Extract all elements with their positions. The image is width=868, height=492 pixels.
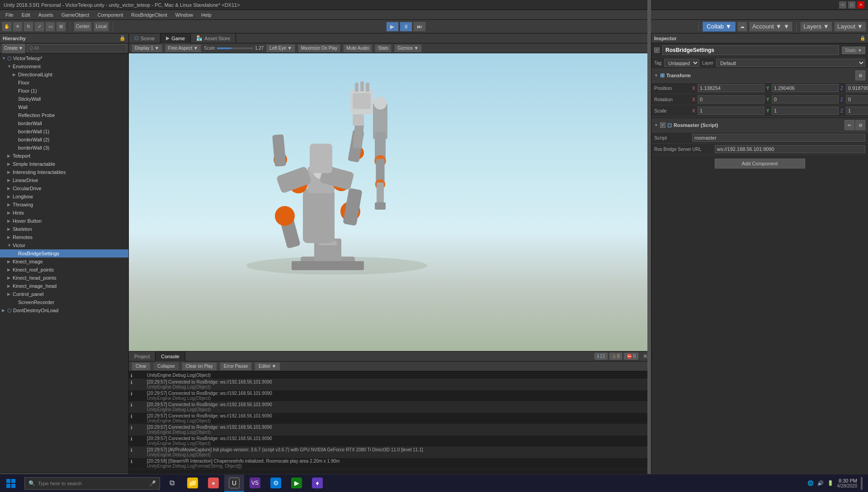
stats-button[interactable]: Stats [375,44,392,52]
hier-item-linear-drive[interactable]: ▶ LinearDrive [0,176,128,184]
menu-window[interactable]: Window [172,11,197,19]
hierarchy-lock-icon[interactable]: 🔒 [119,35,126,41]
hier-item-interesting-interactables[interactable]: ▶ Interesting Interactables [0,168,128,176]
hier-item-remotes[interactable]: ▶ Remotes [0,233,128,241]
active-checkbox[interactable] [654,47,660,53]
console-row[interactable]: ℹ [20:29:57] Connected to RosBridge: ws:… [129,402,651,413]
scale-slider[interactable] [217,47,253,49]
hier-item-reflection-probe[interactable]: Reflection Probe [0,111,128,119]
rect-tool[interactable]: ▭ [45,22,55,32]
app-button-vs[interactable]: VS [245,475,265,492]
start-button[interactable] [0,474,22,492]
network-icon[interactable]: 🌐 [807,480,814,486]
account-button[interactable]: Account ▼▼ [749,22,793,32]
hier-item-longbow[interactable]: ▶ Longbow [0,192,128,201]
multi-tool[interactable]: ⊞ [56,22,66,32]
mute-audio-button[interactable]: Mute Audio [343,44,372,52]
hier-item-hints[interactable]: ▶ Hints [0,209,128,217]
console-row[interactable]: ℹ [20:29:57] Connected to RosBridge: ws:… [129,379,651,390]
hier-item-environment[interactable]: ▼ Environment [0,62,128,70]
rotation-z-input[interactable]: 0 [846,95,868,103]
hier-item-skeleton[interactable]: ▶ Skeleton [0,225,128,233]
static-button[interactable]: Static ▼ [842,47,865,54]
rosmaster-header[interactable]: ▼ ◻ Rosmaster (Script) ✏ ⚙ [651,118,868,132]
hier-item-victor[interactable]: ▼ Victor [0,241,128,249]
position-y-input[interactable]: 1.290406 [772,84,839,92]
app-button-unity[interactable]: U [224,475,244,492]
editor-button[interactable]: Editor ▼ [255,362,280,370]
menu-assets[interactable]: Assets [35,11,57,19]
hier-item-kinect-head-points[interactable]: ▶ Kinect_head_points [0,274,128,282]
rosmaster-active-checkbox[interactable] [660,122,665,128]
menu-component[interactable]: Component [94,11,127,19]
clear-on-play-button[interactable]: Clear on Play [182,362,217,370]
app-button-1[interactable]: ● [203,475,223,492]
hier-item-borderwall[interactable]: borderWall [0,119,128,127]
scale-tool[interactable]: ⤢ [34,22,44,32]
step-button[interactable]: ⏭ [413,22,426,32]
left-eye-button[interactable]: Left Eye ▼ [266,44,295,52]
hier-item-borderwall1[interactable]: borderWall (1) [0,127,128,136]
tab-project[interactable]: Project [129,351,156,361]
console-row[interactable]: ℹ [20:29:57] Connected to RosBridge: ws:… [129,424,651,436]
menu-gameobject[interactable]: GameObject [58,11,93,19]
hier-item-kinect-image[interactable]: ▶ Kinect_image [0,258,128,266]
layer-select[interactable]: Default [716,59,865,67]
console-scrollbar[interactable] [647,0,651,492]
hierarchy-search-input[interactable] [27,44,127,52]
taskview-button[interactable]: ⧉ [162,475,182,492]
hier-item-teleport[interactable]: ▶ Teleport [0,152,128,160]
file-explorer-button[interactable]: 📁 [183,475,203,492]
clock-button[interactable]: 8:30 PM 4/28/2020 [837,478,858,488]
maximize-button[interactable]: Maximize On Play [298,44,341,52]
scale-z-input[interactable]: 1 [846,107,868,115]
add-component-button[interactable]: Add Component [715,159,805,169]
clear-button[interactable]: Clear [132,362,151,370]
play-button[interactable]: ▶ [386,22,399,32]
console-row[interactable]: ℹ [20:29:57] Connected to RosBridge: ws:… [129,390,651,402]
tab-scene[interactable]: ⬡ Scene [129,33,160,43]
hier-item-control-panel[interactable]: ▶ Control_panel [0,290,128,298]
hier-item-screen-recorder[interactable]: ScreenRecorder [0,298,128,306]
console-row[interactable]: ℹ [20:29:58] [SteamVR Interaction] Chape… [129,458,651,469]
hier-item-borderwall3[interactable]: borderWall (3) [0,144,128,152]
menu-edit[interactable]: Edit [18,11,34,19]
console-row[interactable]: ℹ [20:29:57] [AVProMovieCapture] Init pl… [129,447,651,458]
app-button-4[interactable]: ▶ [287,475,307,492]
hier-item-directional-light[interactable]: ▶ DirectionalLight [0,70,128,79]
hier-item-dont-destroy[interactable]: ▶ ⬡ DontDestroyOnLoad [0,306,128,314]
hier-item-circular-drive[interactable]: ▶ CircularDrive [0,184,128,192]
rotation-y-input[interactable]: 0 [772,95,839,103]
rotate-tool[interactable]: ↻ [24,22,33,32]
hand-tool[interactable]: ✋ [2,22,12,32]
app-button-5[interactable]: ♦ [307,475,327,492]
position-z-input[interactable]: 0.9187998 [846,84,868,92]
tab-console[interactable]: Console [156,351,185,361]
hier-item-ros-bridge-settings[interactable]: RosBridgeSettings [0,249,128,258]
layout-button[interactable]: Layout ▼ [834,22,866,32]
app-button-3[interactable]: ⚙ [266,475,286,492]
transform-header[interactable]: ▼ ⊞ Transform ⚙ [651,69,868,83]
cloud-button[interactable]: ☁ [737,22,747,32]
url-input[interactable]: ws://192.168.56.101:9090 [715,145,865,153]
collab-button[interactable]: Collab ▼ [703,22,736,32]
hier-item-stickywall[interactable]: StickyWall [0,95,128,103]
taskbar-search[interactable]: 🔍 Type here to search 🎤 [24,477,160,490]
hier-item-victor-teleop[interactable]: ▼ ⬡ VictorTeleop* [0,54,128,62]
battery-icon[interactable]: 🔋 [827,480,834,486]
transform-settings-button[interactable]: ⚙ [855,70,865,80]
script-input[interactable]: rosmaster [692,134,865,142]
hier-item-simple-interactable[interactable]: ▶ Simple Interactable [0,160,128,168]
hier-item-floor1[interactable]: Floor (1) [0,87,128,95]
hier-item-wall[interactable]: Wall [0,103,128,111]
hier-item-kinect-image-head[interactable]: ▶ Kinect_image_head [0,282,128,290]
collapse-button[interactable]: Collapse [153,362,179,370]
aspect-button[interactable]: Free Aspect ▼ [165,44,201,52]
pivot-button[interactable]: Center [74,22,92,32]
gizmos-button[interactable]: Gizmos ▼ [394,44,422,52]
scale-y-input[interactable]: 1 [772,107,839,115]
hier-item-kinect-roof-points[interactable]: ▶ Kinect_roof_points [0,266,128,274]
tag-select[interactable]: Untagged [664,59,699,67]
display-button[interactable]: Display 1 ▼ [132,44,162,52]
menu-rosbridgeclient[interactable]: RosBridgeClient [127,11,170,19]
